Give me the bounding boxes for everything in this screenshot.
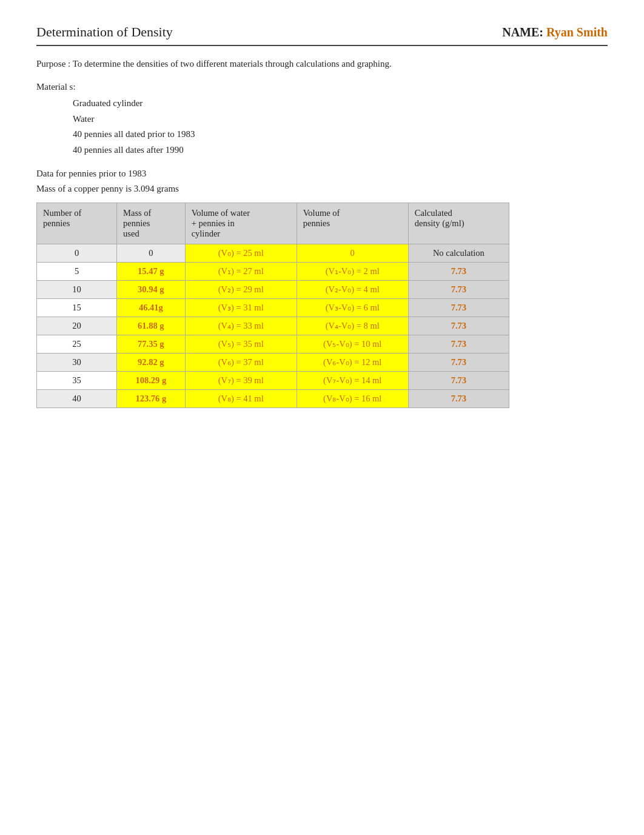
cell-number: 10 — [37, 281, 117, 299]
cell-volume-water: (V₂) = 29 ml — [185, 281, 297, 299]
cell-volume-pennies: (V₃-V₀) = 6 ml — [297, 299, 408, 317]
cell-volume-pennies: (V₄-V₀) = 8 ml — [297, 317, 408, 335]
col-header-volume-pennies: Volume ofpennies — [297, 203, 408, 244]
cell-volume-water: (V₄) = 33 ml — [185, 317, 297, 335]
table-row: 35108.29 g(V₇) = 39 ml(V₇-V₀) = 14 ml7.7… — [37, 372, 509, 390]
cell-volume-pennies: (V₁-V₀) = 2 ml — [297, 263, 408, 281]
cell-density: 7.73 — [408, 299, 509, 317]
table-row: 3092.82 g(V₆) = 37 ml(V₆-V₀) = 12 ml7.73 — [37, 354, 509, 372]
cell-volume-pennies: (V₆-V₀) = 12 ml — [297, 354, 408, 372]
table-row: 1030.94 g(V₂) = 29 ml(V₂-V₀) = 4 ml7.73 — [37, 281, 509, 299]
name-section: NAME: Ryan Smith — [502, 25, 608, 39]
cell-density: 7.73 — [408, 335, 509, 354]
data-section-label: Data for pennies prior to 1983 — [36, 169, 608, 179]
cell-mass: 30.94 g — [117, 281, 186, 299]
table-header-row: Number ofpennies Mass ofpenniesused Volu… — [37, 203, 509, 244]
cell-mass: 92.82 g — [117, 354, 186, 372]
cell-density: No calculation — [408, 244, 509, 263]
list-item: Graduated cylinder — [73, 96, 608, 112]
col-header-mass: Mass ofpenniesused — [117, 203, 186, 244]
cell-mass: 108.29 g — [117, 372, 186, 390]
cell-density: 7.73 — [408, 281, 509, 299]
cell-mass: 0 — [117, 244, 186, 263]
materials-title: Material s: — [36, 79, 608, 95]
col-header-density: Calculateddensity (g/ml) — [408, 203, 509, 244]
purpose-label: Purpose : — [36, 59, 70, 69]
data-table: Number ofpennies Mass ofpenniesused Volu… — [36, 203, 509, 408]
table-row: 515.47 g(V₁) = 27 ml(V₁-V₀) = 2 ml7.73 — [37, 263, 509, 281]
cell-volume-water: (V₇) = 39 ml — [185, 372, 297, 390]
cell-volume-water: (V₀) = 25 ml — [185, 244, 297, 263]
cell-number: 25 — [37, 335, 117, 354]
student-name: Ryan Smith — [546, 25, 608, 39]
cell-mass: 15.47 g — [117, 263, 186, 281]
cell-volume-pennies: 0 — [297, 244, 408, 263]
materials-section: Material s: Graduated cylinder Water 40 … — [36, 79, 608, 158]
purpose-text: To determine the densities of two differ… — [73, 59, 392, 69]
cell-density: 7.73 — [408, 390, 509, 408]
cell-density: 7.73 — [408, 354, 509, 372]
cell-number: 40 — [37, 390, 117, 408]
cell-density: 7.73 — [408, 263, 509, 281]
col-header-volume-water: Volume of water+ pennies incylinder — [185, 203, 297, 244]
cell-number: 35 — [37, 372, 117, 390]
cell-number: 20 — [37, 317, 117, 335]
cell-volume-pennies: (V₈-V₀) = 16 ml — [297, 390, 408, 408]
cell-volume-pennies: (V₇-V₀) = 14 ml — [297, 372, 408, 390]
cell-volume-water: (V₃) = 31 ml — [185, 299, 297, 317]
copper-mass-label: Mass of a copper penny is 3.094 grams — [36, 184, 608, 194]
table-row: 40123.76 g(V₈) = 41 ml(V₈-V₀) = 16 ml7.7… — [37, 390, 509, 408]
cell-mass: 46.41g — [117, 299, 186, 317]
cell-mass: 123.76 g — [117, 390, 186, 408]
list-item: 40 pennies all dated prior to 1983 — [73, 127, 608, 143]
cell-density: 7.73 — [408, 317, 509, 335]
cell-mass: 77.35 g — [117, 335, 186, 354]
cell-number: 0 — [37, 244, 117, 263]
col-header-number: Number ofpennies — [37, 203, 117, 244]
table-row: 00(V₀) = 25 ml0No calculation — [37, 244, 509, 263]
cell-density: 7.73 — [408, 372, 509, 390]
cell-volume-water: (V₆) = 37 ml — [185, 354, 297, 372]
list-item: Water — [73, 112, 608, 127]
cell-number: 30 — [37, 354, 117, 372]
cell-mass: 61.88 g — [117, 317, 186, 335]
page-title: Determination of Density — [36, 24, 173, 40]
materials-list: Graduated cylinder Water 40 pennies all … — [36, 96, 608, 158]
cell-number: 15 — [37, 299, 117, 317]
cell-volume-water: (V₁) = 27 ml — [185, 263, 297, 281]
purpose-section: Purpose : To determine the densities of … — [36, 57, 608, 71]
name-label-text: NAME — [502, 25, 539, 39]
list-item: 40 pennies all dates after 1990 — [73, 143, 608, 158]
cell-volume-water: (V₈) = 41 ml — [185, 390, 297, 408]
cell-volume-water: (V₅) = 35 ml — [185, 335, 297, 354]
cell-volume-pennies: (V₂-V₀) = 4 ml — [297, 281, 408, 299]
cell-volume-pennies: (V₅-V₀) = 10 ml — [297, 335, 408, 354]
table-row: 2577.35 g(V₅) = 35 ml(V₅-V₀) = 10 ml7.73 — [37, 335, 509, 354]
page-header: Determination of Density NAME: Ryan Smit… — [36, 24, 608, 46]
table-row: 2061.88 g(V₄) = 33 ml(V₄-V₀) = 8 ml7.73 — [37, 317, 509, 335]
table-row: 1546.41g(V₃) = 31 ml(V₃-V₀) = 6 ml7.73 — [37, 299, 509, 317]
cell-number: 5 — [37, 263, 117, 281]
